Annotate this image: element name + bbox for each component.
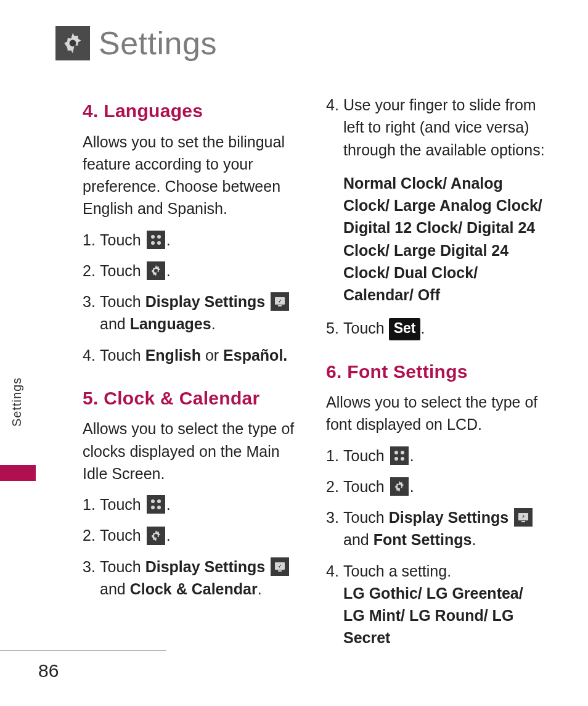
list-item: 2. Touch .: [326, 475, 545, 498]
gear-icon: [390, 477, 409, 496]
list-item: 2. Touch .: [83, 260, 301, 282]
step-number: 2.: [326, 475, 343, 498]
step-body: Touch .: [100, 260, 301, 282]
step-number: 4.: [326, 560, 343, 582]
display-settings-icon: [271, 557, 289, 576]
gear-icon: [55, 26, 90, 60]
list-item: 5. Touch Set.: [326, 317, 545, 340]
list-item: 3. Touch Display Settings and Clock & Ca…: [83, 556, 301, 601]
step-number: 3.: [83, 290, 100, 313]
step-number: 1.: [326, 445, 343, 467]
english-label: English: [145, 347, 201, 364]
step-body: Touch .: [343, 475, 545, 498]
display-settings-icon: [271, 292, 289, 311]
side-tab-accent: [0, 465, 36, 481]
gear-icon: [147, 261, 165, 280]
step-number: 2.: [83, 524, 100, 546]
list-item: 4. Use your finger to slide from left to…: [326, 94, 545, 161]
clock-options-list: Normal Clock/ Analog Clock/ Large Analog…: [343, 172, 545, 306]
espanol-label: Español.: [223, 347, 287, 364]
step-body: Touch Display Settings and Languages.: [100, 290, 301, 335]
font-settings-label: Font Settings: [374, 531, 472, 548]
section-4-description: Allows you to set the bilingual feature …: [83, 131, 301, 220]
list-item: 4. Touch English or Español.: [83, 344, 301, 366]
side-tab-label: Settings: [10, 377, 24, 427]
page-header: Settings: [55, 25, 551, 62]
step-body: Touch English or Español.: [100, 344, 301, 366]
step-number: 2.: [83, 260, 100, 282]
step-number: 4.: [326, 94, 343, 116]
page-number: 86: [38, 660, 59, 681]
step-body: Touch .: [343, 445, 545, 467]
apps-icon: [147, 495, 165, 514]
gear-icon: [147, 527, 165, 545]
section-5-heading: 5. Clock & Calendar: [83, 385, 301, 412]
step-number: 1.: [83, 229, 100, 251]
font-options-list: LG Gothic/ LG Greentea/ LG Mint/ LG Roun…: [343, 585, 523, 647]
left-column: 4. Languages Allows you to set the bilin…: [83, 89, 301, 658]
step-body: Touch Set.: [343, 317, 545, 340]
content-columns: 4. Languages Allows you to set the bilin…: [83, 89, 545, 658]
section-6-steps: 1. Touch . 2. Touch . 3. Touch Display S…: [326, 445, 545, 649]
list-item: 3. Touch Display Settings and Font Setti…: [326, 506, 545, 551]
languages-label: Languages: [130, 315, 211, 332]
list-item: 1. Touch .: [83, 229, 301, 251]
footer-rule: [0, 650, 166, 651]
right-column: 4. Use your finger to slide from left to…: [326, 89, 545, 658]
step-number: 5.: [326, 317, 343, 339]
step-number: 3.: [326, 506, 343, 528]
display-settings-label: Display Settings: [389, 509, 509, 526]
list-item: 2. Touch .: [83, 524, 301, 546]
step-number: 1.: [83, 493, 100, 515]
page-title: Settings: [99, 25, 217, 62]
section-5-steps-continued: 4. Use your finger to slide from left to…: [326, 94, 545, 161]
section-5-steps: 1. Touch . 2. Touch . 3. Touch Display S…: [83, 493, 301, 600]
step-body: Use your finger to slide from left to ri…: [343, 94, 545, 161]
apps-icon: [390, 446, 409, 465]
step-body: Touch Display Settings and Clock & Calen…: [100, 556, 301, 601]
step-body: Touch .: [100, 524, 301, 546]
manual-page: Settings 4. Languages Allows you to set …: [0, 0, 588, 706]
step-body: Touch .: [100, 493, 301, 515]
display-settings-label: Display Settings: [145, 293, 266, 310]
side-tab: Settings: [0, 395, 36, 466]
list-item: 3. Touch Display Settings and Languages.: [83, 290, 301, 335]
apps-icon: [147, 231, 165, 249]
step-body: Touch .: [100, 229, 301, 251]
set-button: Set: [389, 318, 421, 340]
section-4-heading: 4. Languages: [83, 97, 301, 125]
section-6-description: Allows you to select the type of font di…: [326, 391, 545, 436]
section-5-description: Allows you to select the type of clocks …: [83, 417, 301, 485]
display-settings-label: Display Settings: [145, 558, 266, 575]
step-number: 4.: [83, 344, 100, 366]
section-5-step5: 5. Touch Set.: [326, 317, 545, 340]
section-4-steps: 1. Touch . 2. Touch . 3. Touch Display S…: [83, 229, 301, 366]
list-item: 4. Touch a setting. LG Gothic/ LG Greent…: [326, 560, 545, 649]
step-body: Touch Display Settings and Font Settings…: [343, 506, 545, 551]
section-6-heading: 6. Font Settings: [326, 358, 545, 385]
clock-calendar-label: Clock & Calendar: [130, 580, 258, 597]
list-item: 1. Touch .: [326, 445, 545, 467]
display-settings-icon: [514, 508, 533, 527]
step-number: 3.: [83, 556, 100, 578]
step-body: Touch a setting. LG Gothic/ LG Greentea/…: [343, 560, 545, 649]
list-item: 1. Touch .: [83, 493, 301, 515]
